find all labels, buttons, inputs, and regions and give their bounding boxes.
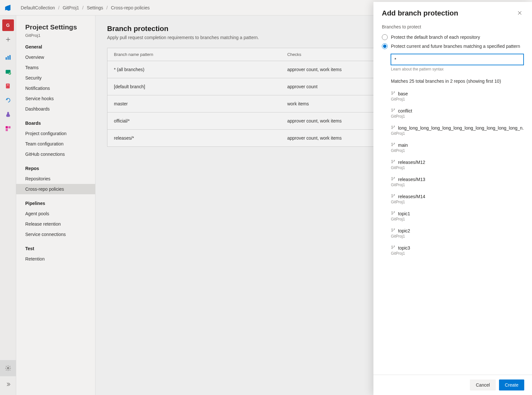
nav-item[interactable]: Teams [16,62,95,73]
nav-item[interactable]: Service connections [16,229,95,240]
nav-item[interactable]: Project configuration [16,128,95,139]
branch-repo: GitProj1 [391,131,524,136]
svg-rect-5 [6,84,10,89]
nav-item[interactable]: Service hooks [16,93,95,104]
cancel-button[interactable]: Cancel [470,379,496,390]
nav-group-label: Pipelines [25,201,95,206]
branch-name: base [391,91,524,96]
branches-to-protect-label: Branches to protect [382,24,524,29]
branch-match-row: topic3GitProj1 [391,242,524,260]
project-settings-icon[interactable] [0,360,16,376]
artifacts-icon[interactable] [2,123,14,134]
nav-item[interactable]: Dashboards [16,104,95,114]
branch-name: main [391,142,524,148]
branch-repo: GitProj1 [391,183,524,187]
cell-pattern: * (all branches) [107,61,281,78]
breadcrumb-item[interactable]: DefaultCollection [21,5,55,10]
cell-pattern: official/* [107,112,281,130]
settings-nav-subtitle: GitProj1 [25,33,95,38]
radio-default-branch-input[interactable] [382,34,388,40]
branch-name: topic2 [391,228,524,233]
azure-devops-logo-icon[interactable] [5,4,12,11]
branch-name: releases/M14 [391,194,524,199]
nav-group-label: Repos [25,166,95,171]
svg-point-31 [394,194,395,195]
nav-item[interactable]: Release retention [16,219,95,229]
svg-point-16 [394,109,395,110]
svg-rect-8 [8,126,10,129]
create-button[interactable]: Create [499,379,524,390]
breadcrumb-separator: / [82,5,83,10]
nav-item[interactable]: Security [16,73,95,83]
svg-point-32 [392,211,393,212]
add-icon[interactable] [2,34,14,45]
settings-nav: Project Settings GitProj1 GeneralOvervie… [16,16,95,395]
settings-nav-title: Project Settings [25,23,95,31]
radio-pattern-branch-label: Protect current and future branches matc… [391,44,520,49]
branch-icon [391,194,395,199]
branch-repo: GitProj1 [391,251,524,256]
branch-name: topic3 [391,245,524,251]
breadcrumb-separator: / [58,5,60,10]
breadcrumb-item[interactable]: Cross-repo policies [111,5,150,10]
svg-point-36 [392,231,393,232]
branch-match-row: topic2GitProj1 [391,225,524,242]
nav-item[interactable]: Cross-repo policies [16,184,95,194]
breadcrumb-item[interactable]: GitProj1 [63,5,79,10]
nav-group-label: Test [25,246,95,251]
branch-match-row: long_long_long_long_long_long_long_long_… [391,123,524,140]
svg-point-12 [392,94,393,95]
pipelines-icon[interactable] [2,94,14,106]
svg-point-24 [392,162,393,163]
branch-match-row: mainGitProj1 [391,140,524,157]
svg-point-21 [392,145,393,146]
expand-rail-icon[interactable] [0,376,16,392]
nav-item[interactable]: Repositories [16,174,95,184]
left-icon-rail: G [0,16,16,395]
svg-point-38 [392,246,393,247]
branch-name: releases/M12 [391,159,524,165]
overview-icon[interactable] [2,52,14,63]
branch-icon [391,245,395,251]
nav-item[interactable]: Agent pools [16,208,95,219]
repos-icon[interactable] [2,80,14,92]
panel-title: Add branch protection [382,9,458,17]
nav-item[interactable]: Notifications [16,83,95,93]
branch-repo: GitProj1 [391,200,524,204]
svg-point-20 [392,143,393,144]
svg-rect-9 [6,129,8,131]
breadcrumb-item[interactable]: Settings [87,5,103,10]
branch-repo: GitProj1 [391,234,524,239]
branch-icon [391,159,395,165]
branch-match-row: releases/M12GitProj1 [391,157,524,174]
close-icon[interactable] [516,9,524,18]
nav-item[interactable]: Overview [16,52,95,62]
radio-pattern-branch[interactable]: Protect current and future branches matc… [382,42,524,51]
nav-item[interactable]: Team configuration [16,139,95,149]
branch-repo: GitProj1 [391,97,524,101]
cell-pattern: releases/* [107,130,281,147]
svg-rect-2 [9,55,10,60]
nav-item[interactable]: Retention [16,254,95,264]
svg-rect-7 [6,126,8,129]
branch-icon [391,211,395,216]
radio-default-branch[interactable]: Protect the default branch of each repos… [382,33,524,42]
pattern-input[interactable] [391,54,524,65]
svg-point-25 [394,160,395,161]
branch-match-row: conflictGitProj1 [391,105,524,123]
svg-point-26 [392,177,393,178]
svg-rect-6 [7,85,8,85]
boards-icon[interactable] [2,66,14,78]
radio-pattern-branch-input[interactable] [382,43,388,49]
branch-icon [391,228,395,233]
pattern-syntax-help-link[interactable]: Learn about the pattern syntax [391,67,524,71]
svg-point-13 [394,91,395,92]
nav-item[interactable]: GitHub connections [16,149,95,159]
add-branch-protection-panel: Add branch protection Branches to protec… [373,2,532,395]
svg-point-37 [394,229,395,230]
project-avatar[interactable]: G [2,19,14,31]
test-plans-icon[interactable] [2,109,14,120]
branch-icon [391,91,395,96]
svg-point-15 [392,111,393,112]
svg-point-28 [394,177,395,178]
